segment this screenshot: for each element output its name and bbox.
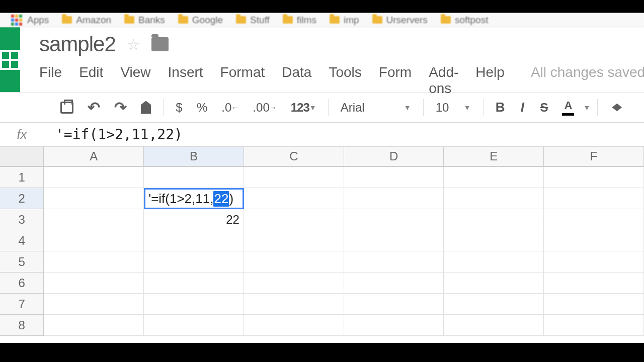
- menu-view[interactable]: View: [120, 64, 150, 80]
- decrease-decimal-button[interactable]: .0←: [216, 98, 244, 118]
- cell-f6[interactable]: [544, 273, 644, 294]
- italic-button[interactable]: I: [514, 97, 531, 118]
- cell-a4[interactable]: [44, 230, 144, 251]
- menu-edit[interactable]: Edit: [79, 64, 103, 80]
- formula-input[interactable]: '=if(1>2,11,22): [44, 126, 644, 143]
- chevron-down-icon[interactable]: ▼: [583, 104, 590, 112]
- cell-c2[interactable]: [244, 188, 344, 209]
- row-header-8[interactable]: 8: [0, 315, 44, 336]
- select-all-corner[interactable]: [0, 147, 44, 166]
- menu-tools[interactable]: Tools: [329, 64, 361, 80]
- star-icon[interactable]: ☆: [127, 36, 140, 53]
- font-size-select[interactable]: 10▼: [431, 101, 476, 115]
- number-format-button[interactable]: 123 ▼: [286, 98, 321, 118]
- menu-help[interactable]: Help: [475, 64, 505, 80]
- sheets-logo[interactable]: [0, 27, 20, 92]
- row-header-2[interactable]: 2: [0, 188, 44, 209]
- cell-e8[interactable]: [444, 315, 544, 336]
- column-header-f[interactable]: F: [544, 147, 644, 166]
- cell-e3[interactable]: [444, 209, 544, 230]
- menu-data[interactable]: Data: [282, 64, 311, 80]
- bookmark-item[interactable]: Google: [178, 15, 223, 26]
- cell-c1[interactable]: [244, 167, 344, 188]
- cell-d8[interactable]: [344, 315, 444, 336]
- row-header-7[interactable]: 7: [0, 294, 44, 315]
- bookmark-item[interactable]: imp: [330, 15, 359, 26]
- cell-d7[interactable]: [344, 294, 444, 315]
- cell-e1[interactable]: [444, 167, 544, 188]
- cell-e5[interactable]: [444, 251, 544, 273]
- bookmark-item[interactable]: Urservers: [372, 15, 428, 26]
- cell-f3[interactable]: [544, 209, 644, 230]
- cell-b4[interactable]: [144, 230, 244, 251]
- cell-d4[interactable]: [344, 230, 444, 251]
- increase-decimal-button[interactable]: .00→: [248, 98, 281, 118]
- cell-a3[interactable]: [44, 209, 144, 230]
- cell-d5[interactable]: [344, 251, 444, 273]
- column-header-c[interactable]: C: [244, 147, 344, 166]
- cell-b2-editing[interactable]: '=if(1>2,11,22): [144, 188, 244, 209]
- cell-d2[interactable]: [344, 188, 444, 209]
- column-header-e[interactable]: E: [444, 147, 544, 166]
- column-header-a[interactable]: A: [44, 147, 144, 166]
- bookmark-item[interactable]: Banks: [124, 15, 165, 26]
- row-header-1[interactable]: 1: [0, 167, 44, 188]
- column-header-b[interactable]: B: [144, 147, 244, 166]
- row-header-3[interactable]: 3: [0, 209, 44, 230]
- cell-f2[interactable]: [544, 188, 644, 209]
- row-header-4[interactable]: 4: [0, 230, 44, 251]
- cell-c8[interactable]: [244, 315, 344, 336]
- bookmark-item[interactable]: Stuff: [236, 15, 270, 26]
- cell-c4[interactable]: [244, 230, 344, 251]
- redo-button[interactable]: ↷: [109, 96, 132, 119]
- cell-f7[interactable]: [544, 294, 644, 315]
- cell-f5[interactable]: [544, 251, 644, 273]
- menu-format[interactable]: Format: [220, 64, 265, 80]
- menu-form[interactable]: Form: [379, 64, 412, 80]
- format-percent-button[interactable]: %: [192, 98, 212, 118]
- paint-format-button[interactable]: [136, 98, 156, 117]
- bold-button[interactable]: B: [491, 97, 510, 118]
- bookmark-item[interactable]: Amazon: [62, 15, 111, 26]
- cell-b1[interactable]: [144, 167, 244, 188]
- menu-addons[interactable]: Add-ons: [429, 64, 458, 97]
- move-folder-icon[interactable]: [151, 37, 169, 51]
- cell-d3[interactable]: [344, 209, 444, 230]
- cell-a1[interactable]: [44, 167, 144, 188]
- cell-b7[interactable]: [144, 294, 244, 315]
- strikethrough-button[interactable]: S: [535, 98, 553, 118]
- cell-d6[interactable]: [344, 273, 444, 294]
- row-header-5[interactable]: 5: [0, 251, 44, 273]
- cell-e7[interactable]: [444, 294, 544, 315]
- cell-a8[interactable]: [44, 315, 144, 336]
- print-button[interactable]: [55, 99, 78, 117]
- row-header-6[interactable]: 6: [0, 273, 44, 294]
- cell-b5[interactable]: [144, 251, 244, 273]
- bookmark-item[interactable]: softpost: [441, 15, 489, 26]
- cell-b6[interactable]: [144, 273, 244, 294]
- cell-c5[interactable]: [244, 251, 344, 273]
- undo-button[interactable]: ↶: [83, 96, 105, 119]
- cell-e6[interactable]: [444, 273, 544, 294]
- cell-f4[interactable]: [544, 230, 644, 251]
- cell-e4[interactable]: [444, 230, 544, 251]
- menu-insert[interactable]: Insert: [168, 64, 203, 80]
- cell-a6[interactable]: [44, 273, 144, 294]
- column-header-d[interactable]: D: [344, 147, 444, 166]
- apps-button[interactable]: Apps: [11, 15, 49, 26]
- cell-c3[interactable]: [244, 209, 344, 230]
- cell-f8[interactable]: [544, 315, 644, 336]
- cell-d1[interactable]: [344, 167, 444, 188]
- bookmark-item[interactable]: films: [283, 15, 316, 26]
- document-title[interactable]: sample2: [39, 32, 116, 56]
- menu-file[interactable]: File: [39, 64, 62, 80]
- cell-f1[interactable]: [544, 167, 644, 188]
- cell-a2[interactable]: [44, 188, 144, 209]
- fill-color-button[interactable]: [605, 99, 629, 116]
- cell-a7[interactable]: [44, 294, 144, 315]
- cell-c7[interactable]: [244, 294, 344, 315]
- cell-b3[interactable]: 22: [144, 209, 244, 230]
- text-color-button[interactable]: A: [557, 96, 579, 119]
- format-currency-button[interactable]: $: [171, 98, 188, 118]
- cell-a5[interactable]: [44, 251, 144, 273]
